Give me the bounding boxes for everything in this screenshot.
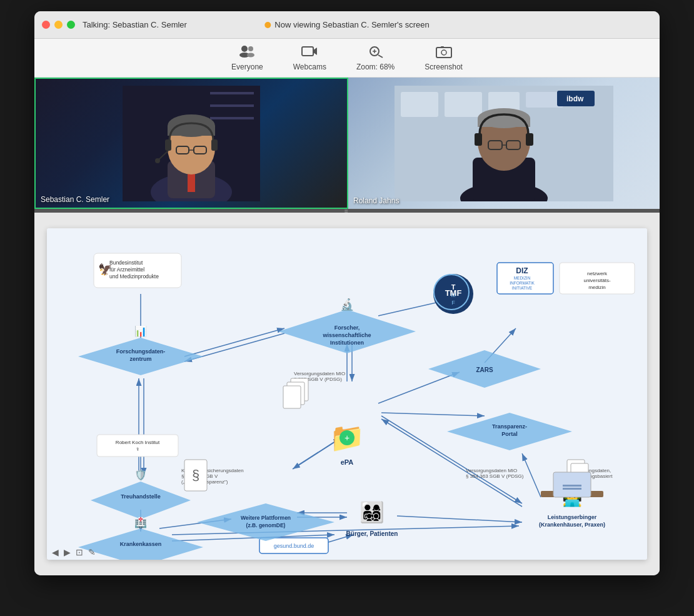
svg-text:wissenschaftliche: wissenschaftliche <box>322 332 371 338</box>
svg-rect-15 <box>210 104 254 107</box>
video-area: Sebastian C. Semler ibdw <box>34 78 660 209</box>
webcams-icon <box>301 44 318 60</box>
svg-text:Robert Koch Institut: Robert Koch Institut <box>116 440 160 445</box>
screenshot-button[interactable]: Screenshot <box>420 42 468 74</box>
svg-text:TMF: TMF <box>445 288 462 298</box>
svg-line-7 <box>378 55 383 58</box>
screen-indicator: Now viewing Sebastian C. Semler's screen <box>264 20 429 29</box>
svg-text:universitäts-: universitäts- <box>583 278 610 283</box>
slide-footer: ◀ ▶ ⊡ ✎ <box>52 547 96 557</box>
svg-text:Institutionen: Institutionen <box>330 340 364 346</box>
window-title: Talking: Sebastian C. Semler <box>83 20 187 29</box>
svg-text:Weitere Plattformen: Weitere Plattformen <box>241 515 291 521</box>
svg-text:Portal: Portal <box>501 431 518 437</box>
indicator-dot <box>264 22 271 28</box>
svg-rect-10 <box>436 48 451 58</box>
svg-text:🛡️: 🛡️ <box>134 469 147 481</box>
webcams-label: Webcams <box>293 63 326 71</box>
slide-content: Versorgungsdaten MIO § 363 SGB V (PDSG) … <box>47 228 647 560</box>
window-controls <box>42 21 75 29</box>
participant-1-name: Sebastian C. Semler <box>41 195 109 204</box>
svg-text:Transparenz-: Transparenz- <box>492 423 527 430</box>
svg-text:zentrum: zentrum <box>129 356 151 362</box>
svg-text:§ 354,363 SGB V (PDSG): § 354,363 SGB V (PDSG) <box>466 473 524 479</box>
titlebar: Talking: Sebastian C. Semler Now viewing… <box>34 11 660 39</box>
svg-text:medizin: medizin <box>588 285 606 290</box>
minimize-button[interactable] <box>54 21 63 29</box>
svg-text:👨‍👩‍👧‍👦: 👨‍👩‍👧‍👦 <box>360 500 385 524</box>
svg-rect-27 <box>211 139 218 151</box>
svg-text:Versorgungsdaten MIO: Versorgungsdaten MIO <box>294 371 345 376</box>
screen-indicator-text: Now viewing Sebastian C. Semler's screen <box>274 20 429 29</box>
svg-text:ibdw: ibdw <box>566 94 584 103</box>
svg-text:Krankenkassen: Krankenkassen <box>120 541 162 547</box>
zoom-button[interactable]: Zoom: 68% <box>351 42 400 74</box>
svg-text:🔬: 🔬 <box>340 298 355 311</box>
svg-rect-31 <box>401 92 438 117</box>
everyone-label: Everyone <box>231 63 263 71</box>
svg-rect-113 <box>283 386 301 408</box>
svg-rect-45 <box>475 133 482 146</box>
svg-rect-26 <box>165 139 171 151</box>
svg-rect-93 <box>97 435 178 457</box>
svg-text:🦅: 🦅 <box>98 263 113 276</box>
svg-text:Leistungserbinger: Leistungserbinger <box>548 514 597 520</box>
svg-text:und Medizinprodukte: und Medizinprodukte <box>109 273 159 280</box>
svg-point-3 <box>247 53 254 58</box>
svg-text:Bundesinstitut: Bundesinstitut <box>109 260 143 266</box>
main-window: Talking: Sebastian C. Semler Now viewing… <box>34 11 660 575</box>
shared-screen: Versorgungsdaten MIO § 363 SGB V (PDSG) … <box>34 213 660 575</box>
svg-text:Versorgungsdaten MIO: Versorgungsdaten MIO <box>466 468 517 473</box>
svg-rect-12 <box>441 46 444 48</box>
svg-text:Forschungsdaten-: Forschungsdaten- <box>116 348 166 355</box>
svg-point-11 <box>441 50 446 55</box>
svg-text:🏥: 🏥 <box>134 517 147 528</box>
svg-rect-16 <box>210 117 254 119</box>
svg-text:INITIATIVE: INITIATIVE <box>512 286 533 290</box>
diagram: Versorgungsdaten MIO § 363 SGB V (PDSG) … <box>47 228 647 560</box>
svg-text:Bürger, Patienten: Bürger, Patienten <box>346 530 398 537</box>
svg-rect-4 <box>302 47 313 56</box>
footer-icon-2: ▶ <box>64 547 71 557</box>
svg-text:MEDIZIN: MEDIZIN <box>514 276 531 280</box>
participant-2-name: Roland Jahns <box>353 196 399 205</box>
close-button[interactable] <box>42 21 50 29</box>
svg-text:gesund.bund.de: gesund.bund.de <box>274 543 314 549</box>
zoom-label: Zoom: 68% <box>356 63 395 71</box>
svg-text:Treuhandstelle: Treuhandstelle <box>121 493 161 500</box>
zoom-icon <box>367 44 385 60</box>
svg-point-0 <box>241 46 248 52</box>
video-bg-1 <box>36 79 347 208</box>
maximize-button[interactable] <box>67 21 75 29</box>
svg-text:⚕: ⚕ <box>136 447 139 452</box>
svg-rect-151 <box>563 488 581 490</box>
everyone-button[interactable]: Everyone <box>226 42 268 74</box>
svg-rect-32 <box>445 92 482 117</box>
svg-text:DIZ: DIZ <box>516 266 528 275</box>
svg-text:F: F <box>451 300 455 306</box>
svg-text:§: § <box>192 467 199 483</box>
video-cell-1: Sebastian C. Semler <box>34 78 348 209</box>
video-bg-2: ibdw <box>348 78 660 209</box>
svg-text:(Krankenhäuser, Praxen): (Krankenhäuser, Praxen) <box>539 522 605 528</box>
svg-text:Forscher,: Forscher, <box>334 325 360 331</box>
svg-text:für Arzneimittel: für Arzneimittel <box>109 266 144 273</box>
svg-text:ZARS: ZARS <box>476 366 493 373</box>
svg-point-29 <box>155 158 160 163</box>
svg-point-1 <box>248 46 253 51</box>
everyone-icon <box>238 44 256 60</box>
svg-text:+: + <box>344 433 350 443</box>
svg-rect-46 <box>526 133 533 146</box>
toolbar: Everyone Webcams Zoom: 68% <box>34 39 660 78</box>
footer-icon-3: ⊡ <box>76 547 83 557</box>
svg-rect-150 <box>563 485 581 487</box>
svg-text:INFORMATIK: INFORMATIK <box>510 281 535 285</box>
screenshot-icon <box>435 44 453 60</box>
webcams-button[interactable]: Webcams <box>288 42 331 74</box>
svg-text:ePA: ePA <box>341 458 354 466</box>
svg-text:(z.B. genomDE): (z.B. genomDE) <box>246 522 286 528</box>
footer-icon-1: ◀ <box>52 547 59 557</box>
video-cell-2: ibdw <box>348 78 660 209</box>
svg-text:netzwerk: netzwerk <box>587 271 608 276</box>
svg-text:📊: 📊 <box>134 325 147 337</box>
